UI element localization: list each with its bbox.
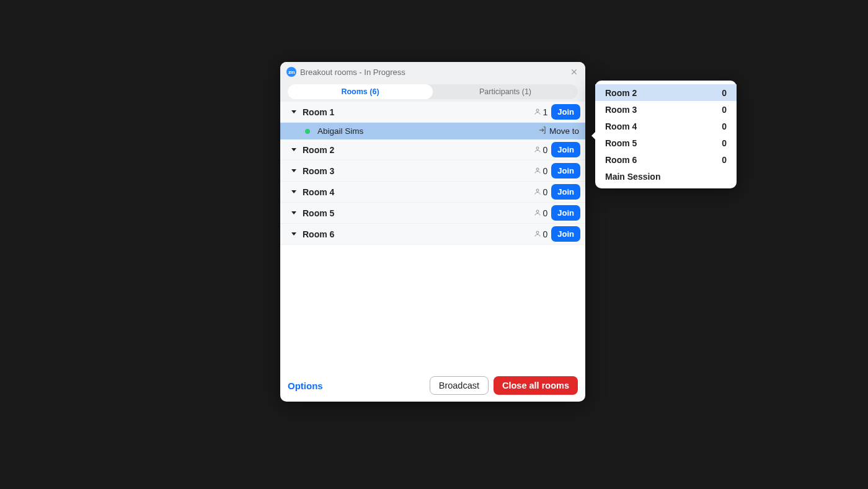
caret-down-icon: [291, 169, 296, 172]
caret-down-icon: [291, 232, 296, 236]
svg-point-5: [536, 231, 539, 234]
room-name: Room 5: [303, 208, 534, 218]
room-name: Room 1: [303, 107, 534, 117]
participant-count: 0: [542, 208, 547, 218]
svg-point-1: [536, 147, 539, 149]
move-to-button[interactable]: Move to: [549, 126, 579, 136]
move-to-option-count: 0: [722, 105, 727, 115]
join-button[interactable]: Join: [551, 104, 580, 120]
svg-point-4: [536, 210, 539, 213]
move-to-option-name: Room 2: [605, 88, 722, 98]
participant-row[interactable]: Abigail SimsMove to: [280, 123, 585, 139]
room-name: Room 6: [303, 229, 534, 239]
svg-point-2: [536, 168, 539, 170]
tab-rooms[interactable]: Rooms (6): [288, 84, 433, 99]
tab-participants[interactable]: Participants (1): [433, 84, 578, 99]
move-to-option[interactable]: Room 20: [595, 84, 737, 101]
participant-count: 0: [542, 187, 547, 197]
move-to-option-count: 0: [722, 155, 727, 165]
room-name: Room 3: [303, 166, 534, 176]
move-to-option-count: 0: [722, 138, 727, 148]
person-icon: [534, 208, 542, 219]
person-icon: [534, 229, 542, 240]
move-to-option-count: 0: [722, 88, 727, 98]
move-to-option[interactable]: Room 60: [595, 151, 737, 168]
move-to-option-name: Room 3: [605, 105, 722, 115]
room-row[interactable]: Room 11Join: [280, 102, 585, 123]
participant-name: Abigail Sims: [317, 126, 538, 136]
room-row[interactable]: Room 50Join: [280, 203, 585, 224]
close-all-rooms-button[interactable]: Close all rooms: [494, 376, 578, 395]
participant-count: 0: [542, 229, 547, 239]
popup-arrow: [591, 131, 596, 140]
room-name: Room 2: [303, 145, 534, 155]
join-button[interactable]: Join: [551, 163, 580, 178]
close-icon[interactable]: [569, 67, 579, 77]
status-dot-icon: [305, 129, 310, 134]
person-icon: [534, 165, 542, 177]
join-button[interactable]: Join: [551, 184, 580, 200]
room-row[interactable]: Room 20Join: [280, 139, 585, 161]
join-button[interactable]: Join: [551, 142, 580, 157]
dialog-footer: Options Broadcast Close all rooms: [280, 369, 585, 402]
room-row[interactable]: Room 40Join: [280, 182, 585, 203]
svg-point-0: [536, 109, 539, 112]
broadcast-button[interactable]: Broadcast: [430, 376, 489, 395]
caret-down-icon: [291, 148, 296, 151]
move-to-option-count: 0: [722, 121, 727, 131]
person-icon: [534, 187, 542, 198]
room-row[interactable]: Room 30Join: [280, 161, 585, 182]
svg-point-3: [536, 189, 539, 192]
tabs-container: Rooms (6) Participants (1): [280, 82, 585, 102]
room-name: Room 4: [303, 187, 534, 197]
person-icon: [534, 107, 542, 118]
move-to-option-name: Room 6: [605, 155, 722, 165]
move-to-option[interactable]: Room 40: [595, 118, 737, 134]
move-to-icon: [538, 126, 549, 137]
join-button[interactable]: Join: [551, 205, 580, 221]
app-badge: zm: [286, 67, 296, 77]
move-to-option[interactable]: Main Session: [595, 168, 737, 185]
move-to-option[interactable]: Room 50: [595, 134, 737, 151]
participant-count: 0: [542, 145, 547, 155]
options-button[interactable]: Options: [288, 381, 323, 391]
caret-down-icon: [291, 190, 296, 193]
move-to-option-name: Main Session: [605, 172, 727, 182]
titlebar: zm Breakout rooms - In Progress: [280, 62, 585, 82]
room-row[interactable]: Room 60Join: [280, 224, 585, 245]
person-icon: [534, 144, 542, 156]
move-to-option[interactable]: Room 30: [595, 101, 737, 118]
move-to-option-name: Room 5: [605, 138, 722, 148]
caret-down-icon: [291, 110, 296, 113]
move-to-popup: Room 20Room 30Room 40Room 50Room 60Main …: [595, 81, 737, 188]
move-to-option-name: Room 4: [605, 121, 722, 131]
join-button[interactable]: Join: [551, 226, 580, 242]
breakout-rooms-dialog: zm Breakout rooms - In Progress Rooms (6…: [280, 62, 585, 402]
participant-count: 0: [542, 166, 547, 176]
room-list: Room 11JoinAbigail SimsMove toRoom 20Joi…: [280, 102, 585, 369]
caret-down-icon: [291, 211, 296, 214]
participant-count: 1: [542, 107, 547, 117]
dialog-title: Breakout rooms - In Progress: [300, 68, 565, 77]
